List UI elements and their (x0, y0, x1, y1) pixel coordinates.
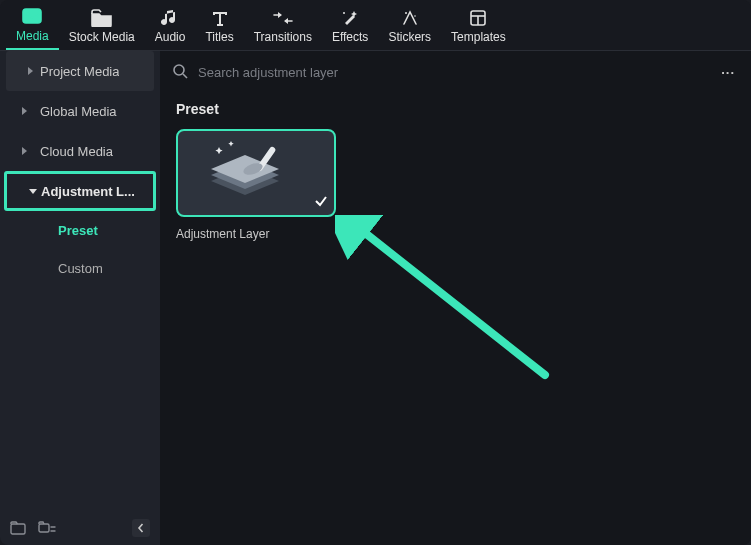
tab-transitions[interactable]: Transitions (244, 0, 322, 50)
audio-icon (161, 8, 179, 28)
sidebar-item-label: Global Media (40, 104, 117, 119)
content-area: Preset (160, 93, 751, 545)
tab-label: Effects (332, 30, 368, 44)
tab-label: Stickers (388, 30, 431, 44)
caret-down-icon (29, 189, 37, 194)
caret-right-icon (22, 107, 27, 115)
more-options-button[interactable]: ··· (717, 63, 739, 82)
caret-right-icon (22, 147, 27, 155)
stock-media-icon (91, 8, 113, 28)
preset-adjustment-layer[interactable] (176, 129, 336, 217)
svg-point-1 (27, 13, 30, 16)
tab-effects[interactable]: Effects (322, 0, 378, 50)
svg-rect-9 (39, 524, 49, 532)
folder-tree-icon[interactable] (38, 521, 56, 535)
svg-point-10 (174, 65, 184, 75)
svg-point-3 (405, 12, 407, 14)
preset-label: Adjustment Layer (176, 227, 735, 241)
titles-icon (211, 8, 229, 28)
tab-media[interactable]: Media (6, 0, 59, 50)
search-box[interactable] (172, 63, 707, 82)
sidebar-sub-label: Custom (58, 261, 103, 276)
templates-icon (469, 8, 487, 28)
tab-label: Media (16, 29, 49, 43)
sidebar-item-global-media[interactable]: Global Media (0, 91, 160, 131)
search-icon (172, 63, 188, 82)
transitions-icon (272, 8, 294, 28)
sidebar-footer (0, 511, 160, 545)
sidebar-sub-label: Preset (58, 223, 98, 238)
svg-line-11 (183, 74, 187, 78)
sidebar-sub-preset[interactable]: Preset (0, 211, 160, 249)
main-area: ··· Preset (160, 51, 751, 545)
add-folder-icon[interactable] (10, 521, 26, 535)
effects-icon (341, 8, 359, 28)
search-row: ··· (160, 51, 751, 93)
caret-right-icon (28, 67, 33, 75)
media-icon (22, 7, 42, 27)
tab-label: Audio (155, 30, 186, 44)
tab-templates[interactable]: Templates (441, 0, 516, 50)
svg-point-4 (414, 15, 416, 17)
tab-label: Transitions (254, 30, 312, 44)
sidebar-item-label: Adjustment L... (41, 184, 135, 199)
sidebar-item-cloud-media[interactable]: Cloud Media (0, 131, 160, 171)
sidebar: Project Media Global Media Cloud Media A… (0, 51, 160, 545)
tab-titles[interactable]: Titles (195, 0, 243, 50)
body: Project Media Global Media Cloud Media A… (0, 51, 751, 545)
top-tab-bar: Media Stock Media Audio Titles Transitio… (0, 0, 751, 51)
svg-rect-8 (11, 524, 25, 534)
sidebar-sub-custom[interactable]: Custom (0, 249, 160, 287)
sidebar-item-adjustment-layer[interactable]: Adjustment L... (4, 171, 156, 211)
tab-label: Templates (451, 30, 506, 44)
section-title: Preset (176, 101, 735, 117)
tab-audio[interactable]: Audio (145, 0, 196, 50)
tab-label: Stock Media (69, 30, 135, 44)
sidebar-item-label: Cloud Media (40, 144, 113, 159)
stickers-icon (401, 8, 419, 28)
tab-stickers[interactable]: Stickers (378, 0, 441, 50)
search-input[interactable] (198, 65, 707, 80)
tab-label: Titles (205, 30, 233, 44)
adjustment-layer-thumb-icon (201, 139, 311, 207)
svg-point-2 (343, 12, 345, 14)
sidebar-item-project-media[interactable]: Project Media (6, 51, 154, 91)
sidebar-item-label: Project Media (40, 64, 119, 79)
tab-stock-media[interactable]: Stock Media (59, 0, 145, 50)
collapse-sidebar-button[interactable] (132, 519, 150, 537)
check-icon (314, 194, 328, 211)
